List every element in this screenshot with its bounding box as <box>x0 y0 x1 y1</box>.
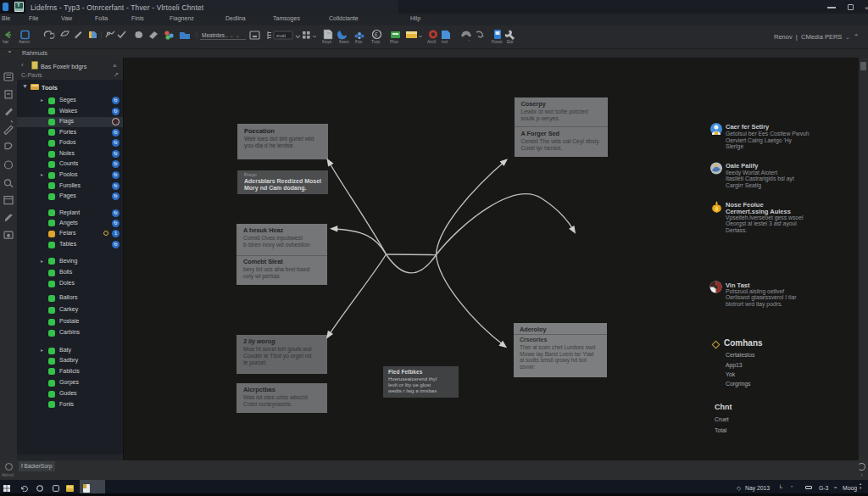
svg-text:eval: eval <box>276 33 286 38</box>
svg-text:£: £ <box>375 31 378 37</box>
